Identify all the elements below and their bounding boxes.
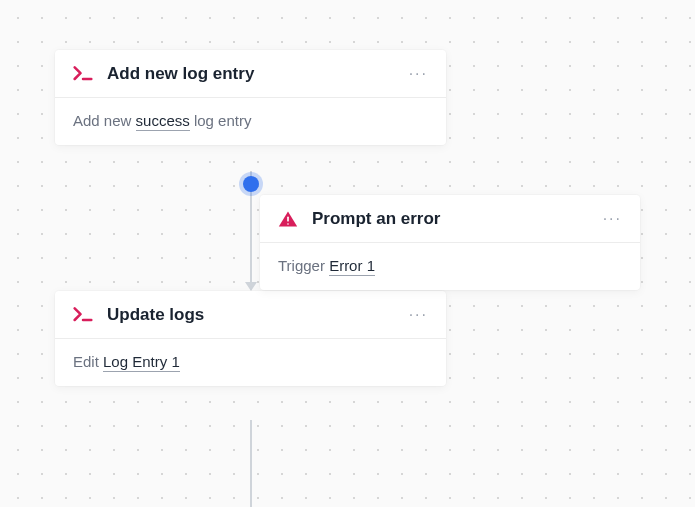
card-body: Add new success log entry bbox=[55, 98, 446, 145]
card-title: Prompt an error bbox=[312, 209, 603, 229]
card-title: Update logs bbox=[107, 305, 409, 325]
card-header: Add new log entry ··· bbox=[55, 50, 446, 98]
terminal-icon bbox=[73, 306, 93, 324]
body-prefix: Trigger bbox=[278, 257, 329, 274]
card-body: Edit Log Entry 1 bbox=[55, 339, 446, 386]
card-add-new-log-entry[interactable]: Add new log entry ··· Add new success lo… bbox=[55, 50, 446, 145]
body-variable: Log Entry 1 bbox=[103, 353, 180, 372]
body-variable: Error 1 bbox=[329, 257, 375, 276]
body-prefix: Edit bbox=[73, 353, 103, 370]
card-title: Add new log entry bbox=[107, 64, 409, 84]
svg-rect-2 bbox=[287, 223, 289, 225]
body-prefix: Add new bbox=[73, 112, 136, 129]
card-header: Prompt an error ··· bbox=[260, 195, 640, 243]
card-menu-button[interactable]: ··· bbox=[409, 307, 428, 323]
arrowhead-1 bbox=[245, 282, 257, 291]
card-prompt-an-error[interactable]: Prompt an error ··· Trigger Error 1 bbox=[260, 195, 640, 290]
svg-rect-1 bbox=[287, 217, 289, 222]
card-menu-button[interactable]: ··· bbox=[603, 211, 622, 227]
body-variable: success bbox=[136, 112, 190, 131]
connector-handle-dot[interactable] bbox=[243, 176, 259, 192]
terminal-icon bbox=[73, 65, 93, 83]
card-update-logs[interactable]: Update logs ··· Edit Log Entry 1 bbox=[55, 291, 446, 386]
card-menu-button[interactable]: ··· bbox=[409, 66, 428, 82]
card-header: Update logs ··· bbox=[55, 291, 446, 339]
warning-icon bbox=[278, 210, 298, 228]
body-suffix: log entry bbox=[190, 112, 252, 129]
connector-line-2 bbox=[250, 420, 252, 507]
card-body: Trigger Error 1 bbox=[260, 243, 640, 290]
